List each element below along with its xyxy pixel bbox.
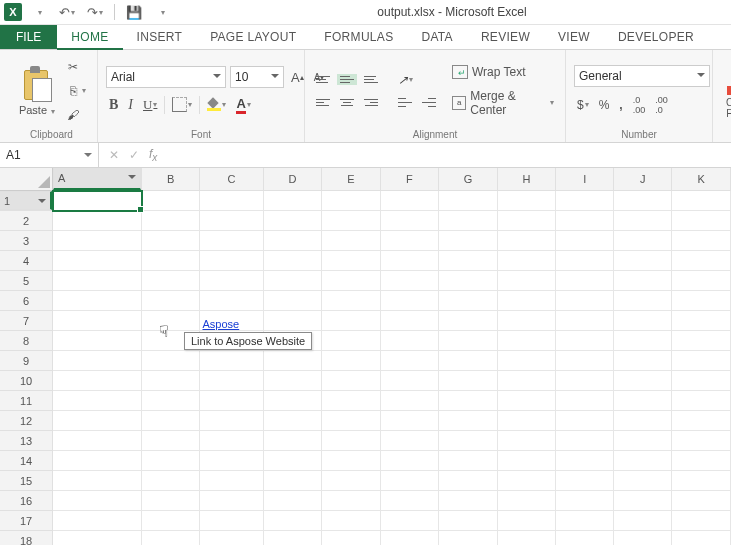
cell[interactable] [200, 251, 263, 271]
cell[interactable] [322, 191, 380, 211]
cell[interactable] [672, 211, 731, 231]
cell[interactable] [439, 311, 498, 331]
cell[interactable] [439, 191, 498, 211]
align-right-button[interactable] [361, 97, 381, 108]
cell[interactable] [380, 491, 438, 511]
cell[interactable] [614, 491, 672, 511]
cell[interactable] [53, 351, 142, 371]
cell[interactable] [322, 531, 380, 546]
cell[interactable] [142, 531, 200, 546]
cell[interactable] [53, 431, 142, 451]
cell[interactable] [556, 211, 614, 231]
column-header[interactable]: D [263, 168, 322, 191]
cell[interactable] [263, 511, 322, 531]
cell[interactable] [497, 331, 556, 351]
save-button[interactable]: 💾 [123, 5, 145, 20]
cell[interactable] [672, 271, 731, 291]
cell[interactable] [672, 291, 731, 311]
cell[interactable] [672, 411, 731, 431]
cell[interactable] [380, 531, 438, 546]
row-header[interactable]: 12 [0, 411, 53, 431]
cell[interactable] [53, 451, 142, 471]
cell[interactable] [53, 511, 142, 531]
cell[interactable] [439, 451, 498, 471]
cell[interactable] [556, 231, 614, 251]
insert-function-button[interactable]: fx [149, 147, 157, 163]
row-header[interactable]: 17 [0, 511, 53, 531]
decrease-indent-button[interactable] [395, 95, 415, 111]
cell[interactable] [380, 471, 438, 491]
cell[interactable] [380, 211, 438, 231]
cell[interactable] [497, 451, 556, 471]
column-header[interactable]: B [142, 168, 200, 191]
font-name-select[interactable]: Arial [106, 66, 226, 88]
cell[interactable] [380, 291, 438, 311]
cell[interactable] [142, 291, 200, 311]
cell[interactable] [497, 271, 556, 291]
cell[interactable] [439, 371, 498, 391]
cell[interactable] [142, 511, 200, 531]
cell[interactable] [53, 291, 142, 311]
cell[interactable] [380, 431, 438, 451]
cell[interactable] [497, 431, 556, 451]
cell[interactable] [53, 191, 142, 211]
cell[interactable] [53, 411, 142, 431]
row-header[interactable]: 4 [0, 251, 53, 271]
row-header[interactable]: 3 [0, 231, 53, 251]
cell[interactable] [200, 211, 263, 231]
cell[interactable] [200, 351, 263, 371]
cell[interactable] [322, 351, 380, 371]
cell[interactable] [556, 491, 614, 511]
cell[interactable] [200, 371, 263, 391]
cell[interactable] [614, 351, 672, 371]
cell[interactable] [614, 191, 672, 211]
cell[interactable] [380, 251, 438, 271]
row-header[interactable]: 2 [0, 211, 53, 231]
cell[interactable] [439, 211, 498, 231]
decrease-decimal-button[interactable]: .00.0 [652, 93, 671, 117]
cell[interactable] [614, 471, 672, 491]
cell[interactable] [556, 371, 614, 391]
cell[interactable] [439, 331, 498, 351]
cell[interactable] [200, 511, 263, 531]
cell[interactable] [380, 371, 438, 391]
file-tab[interactable]: FILE [0, 25, 57, 49]
paste-button[interactable]: Paste ▾ [14, 58, 60, 124]
cell[interactable] [200, 471, 263, 491]
developer-tab[interactable]: DEVELOPER [604, 25, 708, 49]
cancel-formula-button[interactable]: ✕ [109, 148, 119, 162]
cell[interactable] [614, 411, 672, 431]
cell[interactable] [263, 411, 322, 431]
cell[interactable] [614, 431, 672, 451]
cell[interactable] [614, 231, 672, 251]
cell[interactable] [322, 311, 380, 331]
cell[interactable] [439, 251, 498, 271]
column-header[interactable]: I [556, 168, 614, 191]
cell[interactable] [322, 411, 380, 431]
fill-color-button[interactable]: ▾ [204, 97, 229, 113]
name-box[interactable]: A1 [0, 143, 99, 167]
cell[interactable] [614, 311, 672, 331]
row-header[interactable]: 5 [0, 271, 53, 291]
cell[interactable] [380, 331, 438, 351]
cut-button[interactable]: ✂ [62, 57, 84, 77]
cell[interactable] [322, 291, 380, 311]
cell[interactable] [614, 391, 672, 411]
cell[interactable] [380, 191, 438, 211]
cell[interactable] [672, 391, 731, 411]
cell[interactable] [322, 371, 380, 391]
cell[interactable] [439, 471, 498, 491]
cell[interactable] [497, 471, 556, 491]
cell[interactable] [614, 251, 672, 271]
cell[interactable] [200, 191, 263, 211]
cell[interactable] [497, 491, 556, 511]
cell[interactable] [556, 431, 614, 451]
grow-font-button[interactable]: A▴ [288, 68, 307, 87]
row-header[interactable]: 9 [0, 351, 53, 371]
cell[interactable] [53, 231, 142, 251]
formulas-tab[interactable]: FORMULAS [310, 25, 407, 49]
cell[interactable] [53, 331, 142, 351]
formula-input[interactable] [167, 143, 731, 167]
cell[interactable] [263, 451, 322, 471]
cell[interactable] [142, 491, 200, 511]
